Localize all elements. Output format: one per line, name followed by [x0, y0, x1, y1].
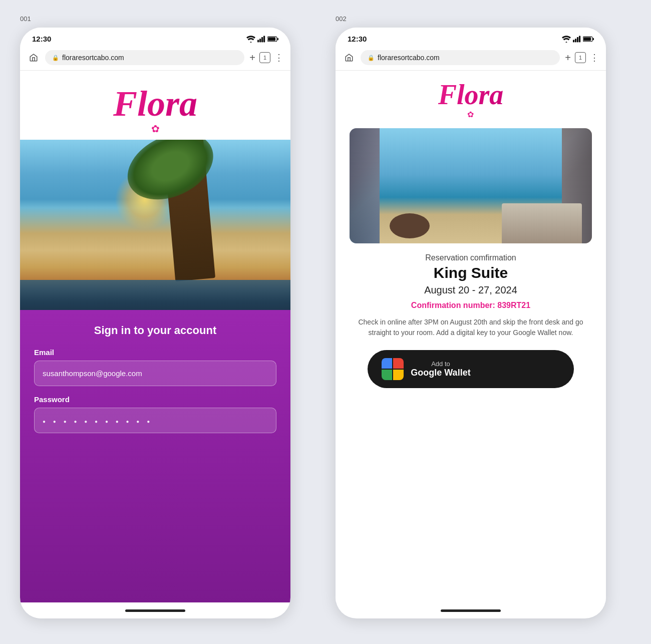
date-range: August 20 - 27, 2024	[424, 284, 517, 296]
svg-rect-5	[268, 37, 275, 41]
logo-area-2: Flora ✿	[438, 81, 504, 119]
confirmation-number: Confirmation number: 839RT21	[411, 301, 530, 310]
wallet-icon	[382, 358, 404, 380]
beach-image-1	[20, 140, 290, 310]
status-time-1: 12:30	[32, 35, 51, 43]
signin-form: Sign in to your account Email susanthomp…	[20, 310, 290, 602]
browser-chrome-1: 🔒 floraresortcabo.com + 1 ⋮	[20, 47, 290, 71]
signal-icon-2	[573, 36, 581, 43]
room-table	[390, 213, 430, 238]
url-text-1: floraresortcabo.com	[62, 54, 124, 62]
status-bar-1: 12:30	[20, 28, 290, 47]
wallet-text: Add to Google Wallet	[411, 360, 470, 378]
home-button-1[interactable]	[27, 51, 40, 64]
add-to-wallet-button[interactable]: Add to Google Wallet	[368, 350, 573, 388]
lock-icon-2: 🔒	[368, 55, 375, 61]
phone-frame-1: 12:30	[20, 28, 290, 618]
curtain-left	[350, 128, 380, 243]
svg-rect-0	[257, 40, 259, 42]
email-label: Email	[34, 348, 276, 357]
phone-1: 001 12:30	[20, 15, 315, 618]
flora-logo-2: Flora	[438, 81, 504, 109]
home-indicator-2	[336, 602, 606, 618]
home-button-2[interactable]	[343, 51, 356, 64]
new-tab-button-1[interactable]: +	[249, 52, 255, 64]
screen-label-2: 002	[336, 15, 347, 23]
wifi-icon-2	[562, 36, 571, 43]
svg-rect-13	[593, 38, 594, 40]
wallet-name-label: Google Wallet	[411, 368, 470, 378]
asterisk-1: ✿	[151, 123, 160, 135]
signin-title: Sign in to your account	[34, 324, 276, 337]
svg-rect-7	[573, 40, 574, 42]
wallet-icon-yellow	[393, 370, 404, 380]
status-bar-2: 12:30	[336, 28, 606, 47]
room-image	[350, 128, 592, 243]
palm-tree	[163, 140, 215, 281]
svg-rect-12	[583, 37, 591, 41]
home-indicator-1	[20, 602, 290, 618]
screen2-content: Flora ✿ Reservation comfirmation King Su…	[336, 71, 606, 602]
wallet-icon-red	[393, 358, 404, 369]
checkin-instructions: Check in online after 3PM on August 20th…	[350, 317, 592, 338]
status-icons-1	[246, 36, 278, 43]
password-input[interactable]: ● ● ● ● ● ● ● ● ● ● ●	[34, 408, 276, 433]
menu-button-2[interactable]: ⋮	[590, 52, 599, 63]
lock-icon-1: 🔒	[52, 55, 59, 61]
phone-frame-2: 12:30	[336, 28, 606, 618]
reservation-label: Reservation comfirmation	[425, 253, 516, 262]
phone-2: 002 12:30	[336, 15, 631, 618]
wifi-icon	[246, 36, 255, 43]
wallet-add-to-label: Add to	[411, 360, 470, 368]
home-bar-1	[125, 609, 185, 612]
signal-icon	[257, 36, 265, 43]
password-value: ● ● ● ● ● ● ● ● ● ● ●	[43, 419, 153, 424]
pool	[20, 280, 290, 310]
browser-actions-2: + 1 ⋮	[565, 52, 599, 64]
email-value: susanthompson@google.com	[43, 369, 142, 378]
svg-rect-9	[577, 37, 578, 42]
url-bar-1[interactable]: 🔒 floraresortcabo.com	[45, 50, 244, 65]
url-text-2: floraresortcabo.com	[378, 54, 440, 62]
svg-rect-3	[263, 36, 265, 42]
browser-chrome-2: 🔒 floraresortcabo.com + 1 ⋮	[336, 47, 606, 71]
home-bar-2	[441, 609, 501, 612]
url-bar-2[interactable]: 🔒 floraresortcabo.com	[361, 50, 560, 65]
new-tab-button-2[interactable]: +	[565, 52, 571, 64]
battery-icon-2	[583, 36, 594, 42]
svg-rect-8	[575, 39, 576, 42]
screen-label-1: 001	[20, 15, 31, 23]
battery-icon	[267, 36, 278, 42]
menu-button-1[interactable]: ⋮	[274, 52, 283, 63]
svg-rect-2	[261, 37, 263, 42]
flora-logo-1: Flora	[113, 86, 197, 122]
svg-rect-1	[259, 39, 261, 42]
status-time-2: 12:30	[348, 35, 367, 43]
browser-actions-1: + 1 ⋮	[249, 52, 283, 64]
room-name: King Suite	[434, 264, 508, 281]
tab-count-2[interactable]: 1	[575, 52, 586, 63]
status-icons-2	[562, 36, 594, 43]
password-label: Password	[34, 395, 276, 404]
asterisk-2: ✿	[467, 110, 474, 119]
logo-area-1: Flora ✿	[20, 71, 290, 140]
svg-rect-6	[277, 38, 278, 40]
room-bed	[502, 203, 582, 243]
wallet-icon-green	[382, 370, 392, 380]
svg-rect-10	[579, 36, 580, 42]
wallet-icon-blue	[382, 358, 392, 369]
phone-content-1: Flora ✿ Sign in to your account Email su…	[20, 71, 290, 602]
tab-count-1[interactable]: 1	[259, 52, 270, 63]
email-input[interactable]: susanthompson@google.com	[34, 361, 276, 386]
